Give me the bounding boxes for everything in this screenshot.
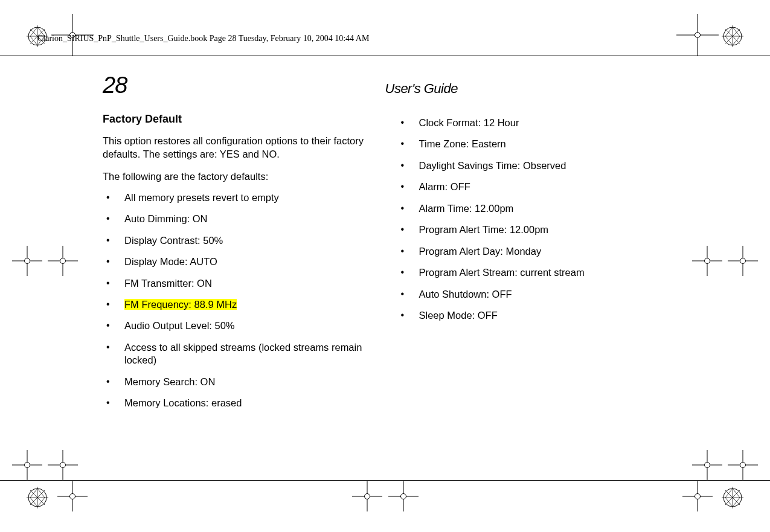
list-item: Audio Output Level: 50%: [103, 319, 373, 332]
list-item: Clock Format: 12 Hour: [397, 117, 668, 129]
left-column: Factory Default This option restores all…: [103, 113, 373, 418]
regmark-bottom-right: [720, 486, 745, 510]
list-item: Auto Dimming: ON: [103, 213, 373, 225]
list-item: Program Alert Stream: current stream: [397, 266, 668, 279]
list-item: Memory Search: ON: [103, 376, 373, 388]
list-item: Alarm: OFF: [397, 181, 668, 193]
list-item: Program Alert Time: 12.00pm: [397, 223, 668, 236]
list-item: Display Contrast: 50%: [103, 234, 373, 247]
list-item: FM Frequency: 88.9 MHz: [103, 298, 373, 311]
list-item: All memory presets revert to empty: [103, 191, 373, 204]
right-column: Clock Format: 12 HourTime Zone: EasternD…: [397, 113, 668, 418]
list-item: Sleep Mode: OFF: [397, 309, 668, 322]
list-item: Time Zone: Eastern: [397, 138, 668, 150]
highlighted-text: FM Frequency: 88.9 MHz: [124, 299, 237, 310]
list-item: FM Transmitter: ON: [103, 277, 373, 290]
list-item: Display Mode: AUTO: [103, 255, 373, 268]
list-item: Memory Locations: erased: [103, 397, 373, 409]
lead-paragraph: The following are the factory defaults:: [103, 170, 373, 183]
list-item: Auto Shutdown: OFF: [397, 288, 668, 301]
list-item: Daylight Savings Time: Observed: [397, 159, 668, 172]
top-divider: [0, 56, 770, 56]
page-title: User's Guide: [385, 81, 458, 97]
page-number: 28: [103, 72, 385, 98]
intro-paragraph: This option restores all configuration o…: [103, 134, 373, 161]
frame-path: Clarion_SIRIUS_PnP_Shuttle_Users_Guide.b…: [37, 34, 733, 43]
defaults-list-right: Clock Format: 12 HourTime Zone: EasternD…: [397, 113, 668, 322]
page-content: 28 User's Guide Factory Default This opt…: [103, 72, 667, 418]
list-item: Access to all skipped streams (locked st…: [103, 341, 373, 367]
regmark-bottom-left: [25, 486, 50, 510]
section-heading: Factory Default: [103, 113, 373, 126]
defaults-list-left: All memory presets revert to emptyAuto D…: [103, 191, 373, 410]
list-item: Program Alert Day: Monday: [397, 245, 668, 258]
bottom-divider: [0, 480, 770, 481]
list-item: Alarm Time: 12.00pm: [397, 202, 668, 215]
